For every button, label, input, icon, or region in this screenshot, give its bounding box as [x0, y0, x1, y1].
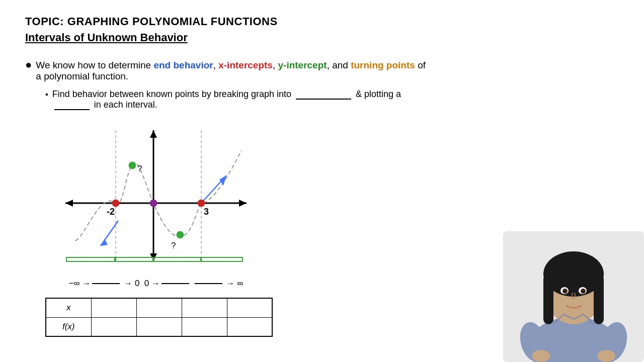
bullet-text: We know how to determine end behavior, x…: [36, 60, 428, 82]
subtitle-title: Intervals of Unknown Behavior: [25, 31, 428, 44]
svg-rect-21: [66, 257, 115, 261]
svg-rect-30: [543, 274, 553, 324]
instructor-video: [503, 231, 644, 362]
table-x-val3: [182, 298, 227, 317]
table-x-val4: [227, 298, 272, 317]
sub-bullet-marker: ▪: [45, 90, 48, 99]
svg-rect-23: [153, 257, 201, 261]
svg-rect-22: [116, 257, 153, 261]
svg-point-34: [562, 289, 568, 294]
coordinate-graph: -2 3 ? ?: [45, 120, 267, 276]
table-row-fx: f(x): [46, 317, 272, 336]
interval-arrow1: → 0: [121, 279, 142, 289]
svg-rect-24: [201, 257, 243, 261]
intervals-row: −∞ → → 0 0 → → ∞: [45, 279, 267, 289]
svg-point-39: [597, 350, 615, 362]
svg-point-12: [112, 200, 119, 207]
svg-point-15: [129, 162, 136, 169]
table-fx-val2: [136, 317, 182, 336]
svg-point-35: [581, 289, 586, 294]
table-x-val1: [91, 298, 136, 317]
table-x-val2: [136, 298, 182, 317]
svg-rect-31: [594, 274, 604, 324]
function-table: x f(x): [45, 298, 273, 337]
interval-blank-1: [92, 283, 120, 284]
svg-marker-4: [239, 200, 247, 207]
table-fx-val1: [91, 317, 136, 336]
sub-bullet-text: Find behavior between known points by br…: [52, 89, 428, 110]
svg-marker-3: [65, 200, 73, 207]
svg-point-38: [532, 350, 550, 362]
main-bullet: ● We know how to determine end behavior,…: [25, 58, 428, 82]
topic-title: TOPIC: GRAPHING POLYNOMIAL FUNCTIONS: [25, 15, 428, 28]
svg-point-13: [198, 200, 205, 207]
interval-pos-inf: → ∞: [224, 279, 244, 289]
graph-section: -2 3 ? ?: [45, 120, 267, 276]
svg-text:?: ?: [137, 164, 142, 173]
svg-point-14: [150, 200, 157, 207]
table-row-x: x: [46, 298, 272, 317]
svg-marker-9: [101, 239, 108, 246]
interval-blank-3: [195, 283, 222, 284]
interval-blank-2: [162, 283, 189, 284]
table-x-label: x: [46, 298, 91, 317]
interval-blank-sep: [191, 279, 193, 289]
svg-text:?: ?: [171, 241, 176, 250]
interval-zero: 0 →: [142, 279, 160, 289]
instructor-silhouette: [503, 231, 644, 362]
table-fx-label: f(x): [46, 317, 91, 336]
bullet-dot: ●: [25, 58, 32, 71]
table-fx-val4: [227, 317, 272, 336]
svg-marker-6: [150, 130, 157, 138]
svg-text:-2: -2: [107, 207, 115, 217]
sub-bullet: ▪ Find behavior between known points by …: [45, 89, 428, 110]
svg-text:3: 3: [204, 207, 209, 217]
table-fx-val3: [182, 317, 227, 336]
svg-point-16: [177, 231, 184, 238]
interval-neg-inf: −∞ →: [69, 279, 91, 289]
svg-marker-11: [219, 175, 226, 186]
